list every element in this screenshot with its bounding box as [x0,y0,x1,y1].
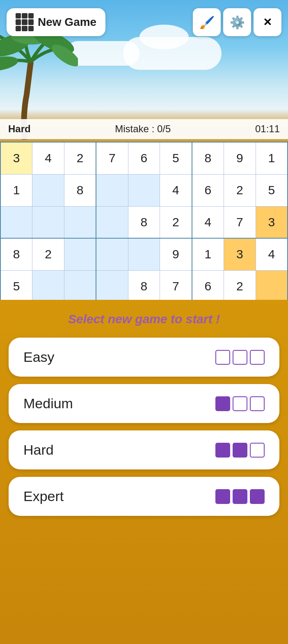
paint-button[interactable]: 🖌️ [193,8,221,36]
status-bar: Hard Mistake : 0/5 01:11 [0,119,288,139]
grid-icon [16,13,34,31]
sudoku-cell[interactable]: 7 [224,206,256,238]
mistakes-label: Mistake : 0/5 [115,123,171,135]
sudoku-cell[interactable]: 3 [0,142,32,174]
settings-button[interactable]: ⚙️ [223,8,251,36]
sudoku-cell[interactable] [128,174,160,206]
medium-bar-1 [215,396,230,411]
sudoku-cell[interactable] [64,238,96,270]
svg-point-4 [0,54,19,73]
sudoku-cell[interactable]: 3 [224,238,256,270]
top-icons-group: 🖌️ ⚙️ ✕ [193,8,281,36]
timer-label: 01:11 [255,123,280,135]
close-button[interactable]: ✕ [254,8,281,36]
top-bar: New Game 🖌️ ⚙️ ✕ [0,8,288,36]
medium-bar-2 [233,396,247,411]
settings-icon: ⚙️ [230,15,245,30]
hard-label: Hard [23,442,54,458]
sudoku-cell[interactable]: 8 [128,206,160,238]
easy-bar-3 [250,350,265,365]
new-game-button[interactable]: New Game [7,8,105,36]
sudoku-cell[interactable]: 8 [64,174,96,206]
sudoku-cell[interactable]: 8 [0,238,32,270]
sudoku-cell[interactable] [32,270,64,302]
expert-label: Expert [23,488,64,504]
sudoku-cell[interactable] [96,238,128,270]
new-game-label: New Game [38,16,96,29]
hard-bars [215,443,265,458]
sudoku-cell[interactable] [96,270,128,302]
medium-bar-3 [250,396,265,411]
sudoku-cell[interactable]: 4 [32,142,64,174]
medium-button[interactable]: Medium [9,384,279,423]
hard-button[interactable]: Hard [9,430,279,469]
sudoku-cell[interactable] [64,206,96,238]
expert-bar-3 [250,489,265,504]
sudoku-cell[interactable]: 2 [224,174,256,206]
sudoku-cell[interactable]: 5 [256,174,288,206]
sudoku-cell[interactable]: 7 [160,270,192,302]
sudoku-cell[interactable] [64,270,96,302]
sudoku-cell[interactable] [128,238,160,270]
sudoku-cell[interactable]: 6 [192,174,224,206]
hard-bar-1 [215,443,230,458]
sudoku-cell[interactable]: 2 [160,206,192,238]
difficulty-overlay: Select new game to start ! Easy Medium H… [0,300,288,644]
medium-label: Medium [23,396,73,412]
sudoku-cell[interactable]: 4 [256,238,288,270]
sudoku-cell[interactable]: 8 [192,142,224,174]
sudoku-grid: 3427658911846258247382913458762 [0,142,288,303]
sudoku-cell[interactable]: 3 [256,206,288,238]
sudoku-cell[interactable]: 1 [0,174,32,206]
sudoku-cell[interactable] [256,270,288,302]
sudoku-cell[interactable] [32,206,64,238]
select-prompt: Select new game to start ! [68,312,220,326]
sudoku-cell[interactable]: 5 [0,270,32,302]
expert-bar-1 [215,489,230,504]
sudoku-cell[interactable]: 4 [160,174,192,206]
sudoku-cell[interactable]: 1 [256,142,288,174]
expert-button[interactable]: Expert [9,477,279,516]
hard-bar-2 [233,443,247,458]
sudoku-cell[interactable]: 6 [192,270,224,302]
easy-bars [215,350,265,365]
sudoku-grid-section: 3427658911846258247382913458762 [0,142,288,303]
sudoku-cell[interactable]: 2 [32,238,64,270]
sudoku-cell[interactable] [0,206,32,238]
sudoku-cell[interactable] [32,174,64,206]
sudoku-cell[interactable]: 5 [160,142,192,174]
medium-bars [215,396,265,411]
sudoku-cell[interactable]: 4 [192,206,224,238]
easy-button[interactable]: Easy [9,338,279,377]
expert-bars [215,489,265,504]
sudoku-cell[interactable]: 2 [64,142,96,174]
hard-bar-3 [250,443,265,458]
sudoku-cell[interactable]: 8 [128,270,160,302]
easy-label: Easy [23,349,55,365]
sudoku-cell[interactable] [96,174,128,206]
easy-bar-1 [215,350,230,365]
sudoku-cell[interactable]: 9 [160,238,192,270]
paint-icon: 🖌️ [199,15,215,30]
sudoku-cell[interactable]: 1 [192,238,224,270]
easy-bar-2 [233,350,247,365]
sudoku-cell[interactable]: 7 [96,142,128,174]
cloud-2 [123,37,222,70]
difficulty-label: Hard [8,123,31,135]
sudoku-cell[interactable]: 9 [224,142,256,174]
sudoku-cell[interactable] [96,206,128,238]
sudoku-cell[interactable]: 6 [128,142,160,174]
sudoku-cell[interactable]: 2 [224,270,256,302]
expert-bar-2 [233,489,247,504]
close-icon: ✕ [263,16,272,29]
